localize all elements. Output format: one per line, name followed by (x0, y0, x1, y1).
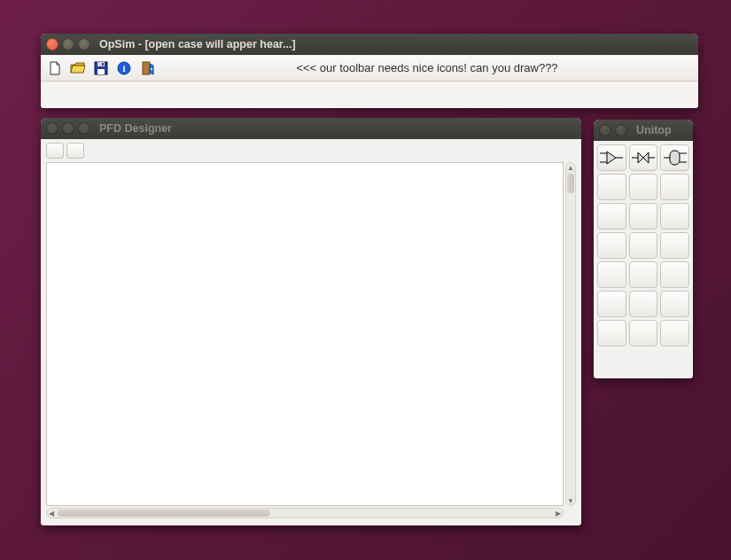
svg-point-7 (151, 68, 152, 70)
main-window-body: i <<< our toolbar needs nice icons! can … (41, 55, 698, 108)
unitop-empty[interactable] (597, 232, 626, 259)
svg-rect-6 (143, 62, 150, 74)
vertical-scrollbar[interactable]: ▲ ▼ (565, 162, 576, 506)
unitop-empty[interactable] (629, 261, 658, 288)
open-file-icon[interactable] (69, 59, 87, 77)
main-client-area (41, 82, 698, 108)
new-file-icon[interactable] (46, 59, 64, 77)
pfd-window-title: PFD Designer (99, 122, 172, 135)
unitop-empty[interactable] (629, 174, 658, 200)
info-icon[interactable]: i (115, 59, 133, 77)
main-window-title: OpSim - [open case will apper hear...] (99, 38, 296, 51)
unitop-valve[interactable] (629, 144, 658, 171)
pfd-window-body: ▲ ▼ ◀ ▶ (41, 139, 581, 525)
minimize-icon[interactable] (62, 38, 74, 51)
unitop-empty[interactable] (660, 174, 689, 200)
unitop-empty[interactable] (597, 203, 626, 229)
unitop-empty[interactable] (660, 291, 689, 317)
close-icon[interactable] (46, 122, 58, 135)
pfd-tool-1[interactable] (46, 143, 64, 159)
unitop-window: Unitop (594, 120, 693, 378)
minimize-icon[interactable] (615, 124, 627, 136)
unitop-body (594, 141, 693, 378)
unitop-empty[interactable] (660, 261, 689, 288)
pfd-titlebar[interactable]: PFD Designer (41, 118, 581, 139)
unitop-empty[interactable] (629, 203, 658, 229)
toolbar-message: <<< our toolbar needs nice icons! can yo… (161, 61, 693, 74)
unitop-empty[interactable] (660, 203, 689, 229)
unitop-palette (594, 141, 693, 350)
unitop-empty[interactable] (660, 232, 689, 259)
maximize-icon[interactable] (78, 38, 90, 51)
canvas-wrap: ▲ ▼ ◀ ▶ (46, 162, 576, 518)
exit-icon[interactable] (138, 59, 156, 77)
unitop-empty[interactable] (629, 320, 658, 346)
unitop-empty[interactable] (597, 174, 626, 200)
close-icon[interactable] (599, 124, 611, 136)
maximize-icon[interactable] (78, 122, 90, 135)
svg-rect-3 (102, 63, 104, 66)
pfd-designer-window: PFD Designer ▲ ▼ ◀ ▶ (41, 118, 581, 525)
main-window: OpSim - [open case will apper hear...] i… (41, 34, 698, 108)
pfd-tool-2[interactable] (66, 143, 84, 159)
save-icon[interactable] (92, 59, 110, 77)
unitop-empty[interactable] (597, 320, 626, 346)
vertical-scroll-thumb[interactable] (567, 174, 574, 193)
scroll-right-icon[interactable]: ▶ (554, 509, 563, 517)
svg-rect-14 (670, 151, 680, 165)
scroll-up-icon[interactable]: ▲ (566, 163, 575, 172)
close-icon[interactable] (46, 38, 58, 51)
pfd-toolbar (41, 139, 581, 162)
scroll-left-icon[interactable]: ◀ (47, 509, 56, 517)
horizontal-scroll-thumb[interactable] (58, 509, 270, 517)
unitop-empty[interactable] (597, 291, 626, 317)
main-toolbar: i <<< our toolbar needs nice icons! can … (41, 55, 698, 82)
unitop-empty[interactable] (597, 261, 626, 288)
unitop-window-title: Unitop (636, 124, 672, 136)
unitop-empty[interactable] (629, 232, 658, 259)
unitop-separator[interactable] (660, 144, 689, 171)
unitop-empty[interactable] (629, 291, 658, 317)
scroll-down-icon[interactable]: ▼ (566, 496, 575, 505)
main-titlebar[interactable]: OpSim - [open case will apper hear...] (41, 34, 698, 55)
unitop-empty[interactable] (660, 320, 689, 346)
minimize-icon[interactable] (62, 122, 74, 135)
unitop-mixer[interactable] (597, 144, 626, 171)
horizontal-scrollbar[interactable]: ◀ ▶ (46, 508, 564, 518)
svg-text:i: i (122, 63, 125, 74)
svg-rect-2 (97, 69, 105, 74)
unitop-titlebar[interactable]: Unitop (594, 120, 693, 141)
design-canvas[interactable] (46, 162, 564, 506)
